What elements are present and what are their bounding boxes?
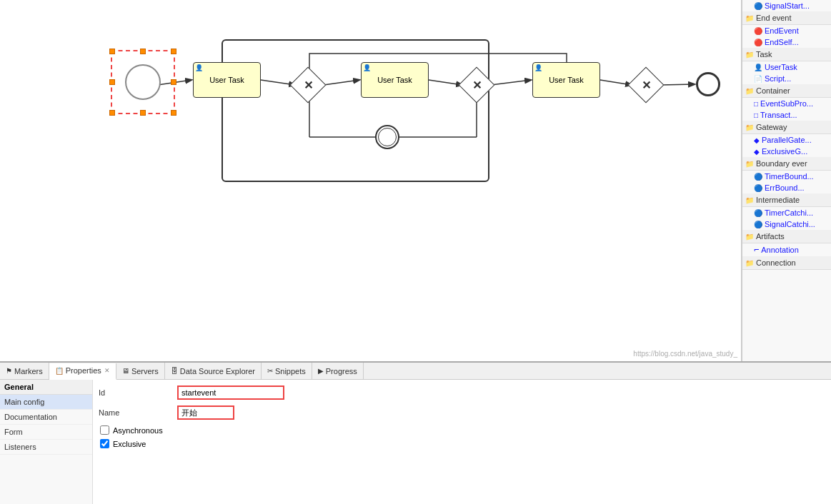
tab-markers[interactable]: ⚑ Markers [0, 363, 49, 379]
gateway-section-header[interactable]: 📁 Gateway [742, 121, 831, 134]
watermark: https://blog.csdn.net/java_study_ [633, 350, 737, 358]
endevent-icon: 🔴 [754, 27, 762, 35]
right-panel-item-parallelgate[interactable]: ◆ ParallelGate... [742, 134, 831, 146]
tab-snippets[interactable]: ✂ Snippets [262, 363, 312, 379]
start-event-circle [125, 64, 161, 100]
id-row: Id [99, 385, 825, 400]
name-label: Name [99, 408, 177, 417]
properties-general-header: General [0, 380, 92, 395]
start-event-selected[interactable] [111, 50, 175, 114]
right-panel-section-task: 📁 Task 👤 UserTask 📄 Script... [742, 48, 831, 84]
right-panel-item-timerbound[interactable]: 🔵 TimerBound... [742, 171, 831, 182]
right-panel-section-connection: 📁 Connection [742, 256, 831, 270]
bottom-panel: ⚑ Markers 📋 Properties ✕ 🖥 Servers 🗄 Dat… [0, 361, 831, 504]
artifacts-section-header[interactable]: 📁 Artifacts [742, 230, 831, 243]
svg-line-4 [491, 80, 531, 85]
progress-tab-label: Progress [326, 367, 357, 376]
container-section-label: Container [756, 86, 790, 95]
scripttask-label: Script... [765, 74, 791, 83]
errbound-label: ErrBound... [765, 183, 805, 192]
right-panel-item-eventsubpro[interactable]: □ EventSubPro... [742, 98, 831, 109]
gateway-x-2: ✕ [472, 79, 482, 92]
exclusive-row: Exclusive [99, 439, 825, 448]
endself-icon: 🔴 [754, 39, 762, 46]
right-panel-item-exclusiveg[interactable]: ◆ ExclusiveG... [742, 146, 831, 157]
svg-line-5 [600, 80, 632, 85]
endself-label: EndSelf... [765, 38, 799, 46]
usertask-icon: 👤 [754, 64, 762, 71]
timerbound-label: TimerBound... [765, 172, 814, 181]
task-box-3[interactable]: 👤 User Task [532, 62, 600, 98]
task-section-header[interactable]: 📁 Task [742, 48, 831, 61]
async-label: Asynchronous [113, 426, 163, 435]
intermediate-inner [378, 128, 397, 146]
usertask-label: UserTask [765, 63, 797, 71]
task-label-3: User Task [549, 76, 584, 84]
end-event-section-header[interactable]: 📁 End event [742, 11, 831, 25]
svg-line-6 [660, 84, 695, 85]
subprocess-box [222, 39, 489, 182]
right-panel-item-annotation[interactable]: ⌐ Annotation [742, 243, 831, 256]
connection-folder-icon: 📁 [745, 259, 754, 267]
async-checkbox[interactable] [100, 425, 109, 435]
sel-dot-tr [171, 49, 176, 54]
container-section-header[interactable]: 📁 Container [742, 84, 831, 98]
sel-dot-mr [171, 79, 176, 85]
end-event-section-label: End event [756, 14, 792, 22]
gateway-3[interactable]: ✕ [633, 72, 659, 98]
app-container: 👤 User Task ✕ 👤 User Task ✕ [0, 0, 831, 504]
properties-tab-close[interactable]: ✕ [104, 367, 110, 374]
endevent-label: EndEvent [765, 26, 799, 35]
properties-nav-form[interactable]: Form [0, 425, 92, 440]
right-panel-item-signalstart[interactable]: 🔵 SignalStart... [742, 0, 831, 11]
progress-tab-icon: ▶ [318, 367, 324, 375]
tab-properties[interactable]: 📋 Properties ✕ [49, 363, 116, 380]
name-input[interactable] [177, 405, 234, 420]
gateway-1[interactable]: ✕ [295, 72, 321, 98]
user-task-icon-2: 👤 [363, 64, 371, 71]
timercatchi-label: TimerCatchi... [765, 208, 813, 217]
end-event[interactable] [696, 72, 720, 96]
right-panel-item-transaction[interactable]: □ Transact... [742, 109, 831, 121]
artifacts-section-label: Artifacts [756, 232, 785, 241]
name-row: Name [99, 405, 825, 420]
gateway-2[interactable]: ✕ [464, 72, 489, 98]
sel-dot-br [171, 110, 176, 116]
right-panel-item-scripttask[interactable]: 📄 Script... [742, 73, 831, 84]
properties-nav-listeners[interactable]: Listeners [0, 440, 92, 455]
right-panel-section-end-event: 📁 End event 🔴 EndEvent 🔴 EndSelf... [742, 11, 831, 48]
right-panel-section-boundary: 📁 Boundary ever 🔵 TimerBound... 🔵 ErrBou… [742, 157, 831, 193]
tab-data-source[interactable]: 🗄 Data Source Explorer [165, 363, 262, 379]
tab-servers[interactable]: 🖥 Servers [116, 363, 165, 379]
right-panel-item-endself[interactable]: 🔴 EndSelf... [742, 36, 831, 48]
connection-section-label: Connection [756, 258, 796, 267]
right-panel-item-usertask[interactable]: 👤 UserTask [742, 61, 831, 73]
right-panel-item-errbound[interactable]: 🔵 ErrBound... [742, 182, 831, 193]
properties-nav-documentation[interactable]: Documentation [0, 410, 92, 425]
right-panel-item-endevent[interactable]: 🔴 EndEvent [742, 25, 831, 36]
boundary-section-header[interactable]: 📁 Boundary ever [742, 157, 831, 171]
intermediate-event[interactable] [375, 125, 399, 149]
async-row: Asynchronous [99, 425, 825, 435]
task-folder-icon: 📁 [745, 51, 754, 59]
properties-nav-main-config[interactable]: Main config [0, 395, 92, 410]
task-box-1[interactable]: 👤 User Task [193, 62, 261, 98]
servers-tab-label: Servers [131, 367, 159, 376]
datasource-tab-icon: 🗄 [171, 367, 178, 375]
eventsubpro-icon: □ [754, 100, 758, 108]
exclusive-checkbox[interactable] [100, 439, 109, 448]
task-box-2[interactable]: 👤 User Task [361, 62, 429, 98]
annotation-icon: ⌐ [754, 245, 759, 255]
sel-dot-bm [140, 110, 146, 116]
gateway-section-label: Gateway [756, 123, 787, 131]
properties-main-form: Id Name Asynchronous Exclusive [93, 380, 831, 504]
id-input[interactable] [177, 385, 284, 400]
canvas-area[interactable]: 👤 User Task ✕ 👤 User Task ✕ [0, 0, 742, 361]
right-panel-item-signalcatchi[interactable]: 🔵 SignalCatchi... [742, 218, 831, 230]
intermediate-section-header[interactable]: 📁 Intermediate [742, 193, 831, 207]
right-panel-item-timercatchi[interactable]: 🔵 TimerCatchi... [742, 207, 831, 218]
transaction-icon: □ [754, 111, 758, 119]
tab-progress[interactable]: ▶ Progress [312, 363, 364, 379]
connection-section-header[interactable]: 📁 Connection [742, 256, 831, 270]
main-area: 👤 User Task ✕ 👤 User Task ✕ [0, 0, 831, 361]
